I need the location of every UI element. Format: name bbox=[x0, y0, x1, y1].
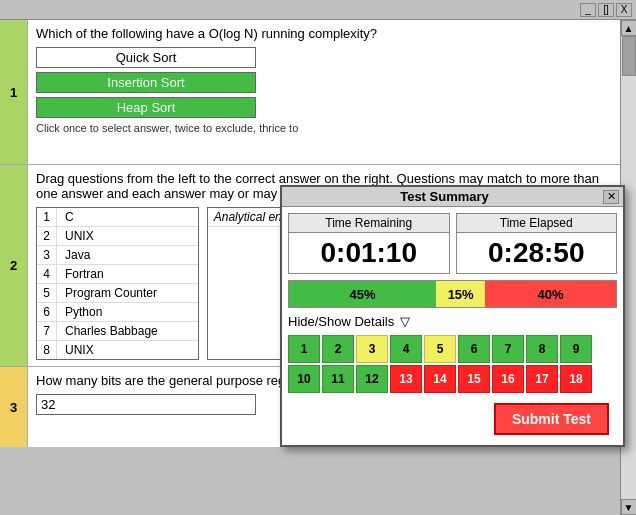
close-button[interactable]: X bbox=[616, 3, 632, 17]
scroll-thumb[interactable] bbox=[622, 36, 636, 76]
q-cell-4[interactable]: 4 bbox=[390, 335, 422, 363]
time-row: Time Remaining 0:01:10 Time Elapsed 0:28… bbox=[288, 213, 617, 274]
q-cell-17[interactable]: 17 bbox=[526, 365, 558, 393]
time-remaining-box: Time Remaining 0:01:10 bbox=[288, 213, 450, 274]
q1-option-2[interactable]: Insertion Sort bbox=[36, 72, 256, 93]
modal-title-bar: Test Summary ✕ bbox=[282, 187, 623, 207]
progress-red: 40% bbox=[485, 281, 616, 307]
q-cell-8[interactable]: 8 bbox=[526, 335, 558, 363]
question-grid: 1 2 3 4 5 6 7 8 9 10 11 12 13 14 15 16 1… bbox=[288, 335, 617, 393]
q2-item-2[interactable]: 2 UNIX bbox=[37, 227, 198, 246]
q-cell-12[interactable]: 12 bbox=[356, 365, 388, 393]
progress-green: 45% bbox=[289, 281, 436, 307]
q-cell-7[interactable]: 7 bbox=[492, 335, 524, 363]
q1-option-3[interactable]: Heap Sort bbox=[36, 97, 256, 118]
q-cell-9[interactable]: 9 bbox=[560, 335, 592, 363]
time-elapsed-value: 0:28:50 bbox=[457, 233, 617, 273]
q-grid-row-2: 10 11 12 13 14 15 16 17 18 bbox=[288, 365, 617, 393]
q-cell-11[interactable]: 11 bbox=[322, 365, 354, 393]
q-cell-10[interactable]: 10 bbox=[288, 365, 320, 393]
q-cell-15[interactable]: 15 bbox=[458, 365, 490, 393]
q2-item-6[interactable]: 6 Python bbox=[37, 303, 198, 322]
time-remaining-value: 0:01:10 bbox=[289, 233, 449, 273]
q-cell-14[interactable]: 14 bbox=[424, 365, 456, 393]
q1-number: 1 bbox=[0, 20, 28, 164]
q2-item-3[interactable]: 3 Java bbox=[37, 246, 198, 265]
progress-bar: 45% 15% 40% bbox=[288, 280, 617, 308]
time-elapsed-label: Time Elapsed bbox=[457, 214, 617, 233]
question-1-row: 1 Which of the following have a O(log N)… bbox=[0, 20, 620, 165]
time-remaining-label: Time Remaining bbox=[289, 214, 449, 233]
q-cell-6[interactable]: 6 bbox=[458, 335, 490, 363]
restore-button[interactable]: [] bbox=[598, 3, 614, 17]
submit-test-button[interactable]: Submit Test bbox=[494, 403, 609, 435]
q2-item-5[interactable]: 5 Program Counter bbox=[37, 284, 198, 303]
q-grid-row-1: 1 2 3 4 5 6 7 8 9 bbox=[288, 335, 617, 363]
q2-number: 2 bbox=[0, 165, 28, 366]
q-cell-3[interactable]: 3 bbox=[356, 335, 388, 363]
q2-item-7[interactable]: 7 Charles Babbage bbox=[37, 322, 198, 341]
modal-body: Time Remaining 0:01:10 Time Elapsed 0:28… bbox=[282, 207, 623, 445]
q1-option-1[interactable]: Quick Sort bbox=[36, 47, 256, 68]
progress-yellow: 15% bbox=[436, 281, 485, 307]
q-cell-1[interactable]: 1 bbox=[288, 335, 320, 363]
q3-number: 3 bbox=[0, 367, 28, 447]
minimize-button[interactable]: _ bbox=[580, 3, 596, 17]
q-cell-5[interactable]: 5 bbox=[424, 335, 456, 363]
hide-show-row: Hide/Show Details ▽ bbox=[288, 314, 617, 329]
q2-item-8[interactable]: 8 UNIX bbox=[37, 341, 198, 359]
modal-close-button[interactable]: ✕ bbox=[603, 190, 619, 204]
q-cell-2[interactable]: 2 bbox=[322, 335, 354, 363]
q-cell-16[interactable]: 16 bbox=[492, 365, 524, 393]
q-cell-18[interactable]: 18 bbox=[560, 365, 592, 393]
scroll-up-button[interactable]: ▲ bbox=[621, 20, 637, 36]
q1-hint: Click once to select answer, twice to ex… bbox=[36, 122, 612, 134]
submit-row: Submit Test bbox=[288, 399, 617, 439]
scroll-down-button[interactable]: ▼ bbox=[621, 499, 637, 515]
hide-show-label[interactable]: Hide/Show Details bbox=[288, 314, 394, 329]
time-elapsed-box: Time Elapsed 0:28:50 bbox=[456, 213, 618, 274]
q1-text: Which of the following have a O(log N) r… bbox=[36, 26, 612, 41]
modal-title: Test Summary bbox=[286, 189, 603, 204]
chevron-down-icon[interactable]: ▽ bbox=[400, 314, 410, 329]
q2-item-1[interactable]: 1 C bbox=[37, 208, 198, 227]
q3-input[interactable] bbox=[36, 394, 256, 415]
title-bar: _ [] X bbox=[0, 0, 636, 20]
q-cell-13[interactable]: 13 bbox=[390, 365, 422, 393]
test-summary-modal: Test Summary ✕ Time Remaining 0:01:10 Ti… bbox=[280, 185, 625, 447]
q2-left-list: 1 C 2 UNIX 3 Java bbox=[36, 207, 199, 360]
q2-item-4[interactable]: 4 Fortran bbox=[37, 265, 198, 284]
q1-content: Which of the following have a O(log N) r… bbox=[28, 20, 620, 164]
title-bar-buttons: _ [] X bbox=[580, 3, 632, 17]
